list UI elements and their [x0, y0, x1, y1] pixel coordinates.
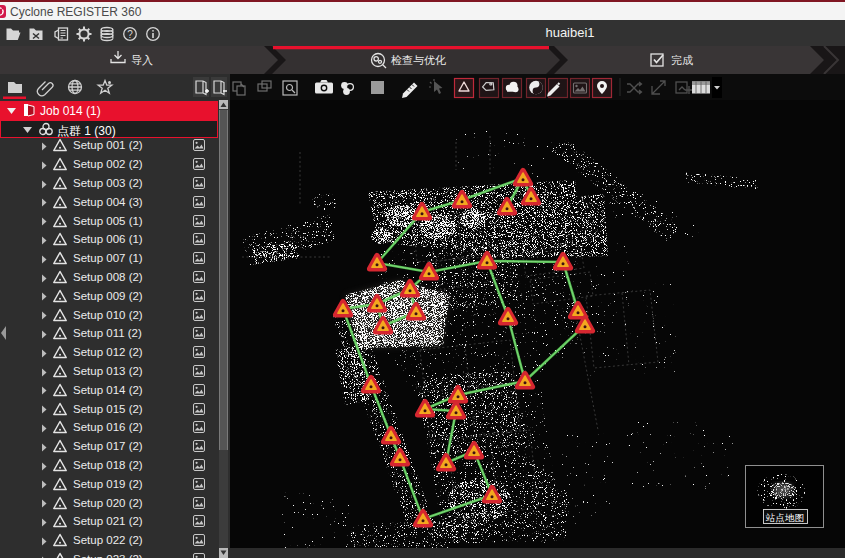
svg-text:站点地图: 站点地图 — [765, 512, 804, 523]
svg-text:检查与优化: 检查与优化 — [390, 54, 446, 66]
svg-text:完成: 完成 — [671, 54, 693, 66]
svg-text:导入: 导入 — [131, 54, 153, 66]
svg-text:?: ? — [127, 29, 133, 40]
